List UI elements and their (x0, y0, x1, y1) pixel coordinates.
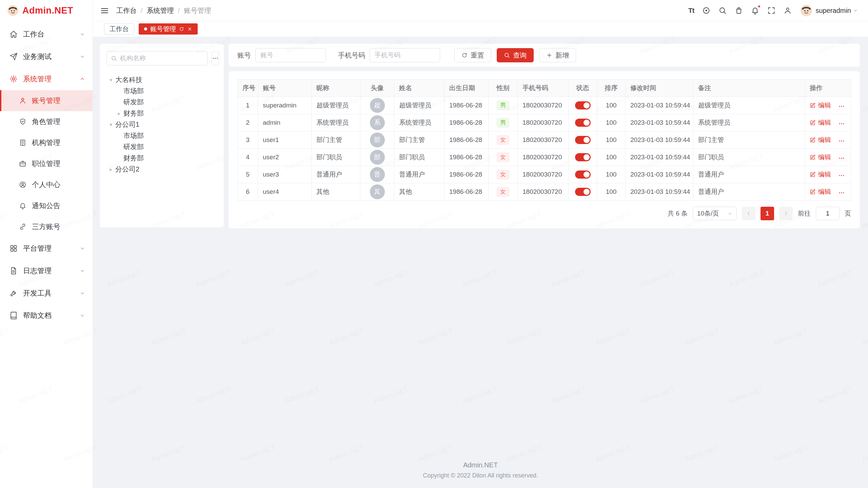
row-more-icon[interactable] (838, 155, 845, 162)
caret-right-icon[interactable]: ▸ (115, 110, 123, 117)
cell-nickname: 部门主管 (312, 131, 360, 149)
sidebar-item-label: 三方账号 (32, 222, 60, 231)
row-more-icon[interactable] (838, 189, 845, 196)
tab-account-management[interactable]: 账号管理 (139, 23, 198, 35)
prev-page-button[interactable] (742, 207, 755, 220)
caret-down-icon[interactable]: ▾ (106, 77, 115, 83)
status-toggle[interactable] (575, 101, 591, 109)
tree-node[interactable]: ▸ 分公司2 (106, 164, 217, 175)
goto-page-input[interactable] (816, 207, 840, 220)
sidebar-item-business-test[interactable]: 业务测试 (0, 45, 93, 68)
user-avatar[interactable] (801, 5, 812, 16)
row-more-icon[interactable] (838, 120, 845, 127)
collapse-menu-icon[interactable] (100, 6, 109, 15)
app-logo[interactable]: Admin.NET (0, 0, 93, 21)
tree-node[interactable]: 市场部 (106, 130, 217, 141)
gender-badge: 男 (497, 118, 509, 128)
sidebar-item-position-management[interactable]: 职位管理 (0, 153, 93, 174)
add-button[interactable]: 新增 (539, 48, 576, 62)
row-more-icon[interactable] (838, 172, 845, 179)
reset-button[interactable]: 重置 (454, 48, 491, 62)
tree-node[interactable]: 财务部 (106, 152, 217, 164)
account-filter-input[interactable] (255, 48, 326, 62)
tab-workbench[interactable]: 工作台 (104, 23, 134, 35)
edit-button[interactable]: 编辑 (810, 118, 831, 127)
sidebar-item-log-management[interactable]: 日志管理 (0, 260, 93, 282)
tree-node[interactable]: 研发部 (106, 141, 217, 152)
caret-down-icon[interactable]: ▾ (106, 122, 115, 128)
chevron-down-icon[interactable] (853, 8, 858, 13)
person-icon[interactable] (784, 6, 792, 15)
gender-badge: 女 (497, 170, 509, 180)
breadcrumb-item[interactable]: 工作台 (116, 6, 137, 15)
sidebar-item-account-management[interactable]: 账号管理 (0, 90, 93, 111)
username[interactable]: superadmin (815, 7, 851, 15)
tree-node[interactable]: ▾ 分公司1 (106, 119, 217, 130)
tree-node[interactable]: ▸ 财务部 (106, 108, 217, 119)
search-button[interactable]: 查询 (497, 48, 534, 62)
cell-gender: 女 (489, 183, 518, 201)
fullscreen-icon[interactable] (767, 6, 775, 15)
sidebar-item-help-docs[interactable]: 帮助文档 (0, 304, 93, 327)
tree-node[interactable]: 市场部 (106, 85, 217, 97)
tab-refresh-icon[interactable] (179, 26, 184, 32)
sidebar-item-dev-tools[interactable]: 开发工具 (0, 282, 93, 304)
row-more-icon[interactable] (838, 103, 845, 110)
phone-filter-input[interactable] (370, 48, 440, 62)
cell-modified-time: 2023-01-03 10:59:44 (626, 97, 693, 114)
row-more-icon[interactable] (838, 138, 845, 144)
sidebar-item-personal-center[interactable]: 个人中心 (0, 174, 93, 195)
cell-actions: 编辑 (805, 149, 851, 166)
edit-button[interactable]: 编辑 (810, 153, 831, 162)
col-header-actions: 操作 (805, 80, 851, 97)
font-size-icon[interactable]: Tt (688, 6, 694, 15)
cell-actions: 编辑 (805, 131, 851, 149)
status-toggle[interactable] (575, 170, 591, 179)
tree-node[interactable]: 研发部 (106, 97, 217, 108)
tree-node[interactable]: ▾ 大名科技 (106, 74, 217, 85)
add-button-label: 新增 (555, 51, 569, 60)
page-size-select[interactable]: 10条/页 (693, 207, 737, 220)
breadcrumb-item[interactable]: 系统管理 (147, 6, 174, 15)
next-page-button[interactable] (779, 207, 793, 220)
user-circle-icon (19, 181, 26, 188)
caret-right-icon[interactable]: ▸ (106, 166, 115, 172)
gender-badge: 男 (497, 101, 509, 110)
chevron-down-icon (80, 54, 85, 59)
col-header-account: 账号 (258, 80, 312, 97)
app-root: Admin.NET 工作台 业务测试 系统管理 账号管理 (0, 0, 868, 488)
sidebar-item-system-management[interactable]: 系统管理 (0, 68, 93, 90)
sidebar-item-third-party-account[interactable]: 三方账号 (0, 216, 93, 237)
sidebar-item-org-management[interactable]: 机构管理 (0, 132, 93, 153)
current-page-button[interactable]: 1 (761, 207, 774, 220)
system-management-submenu: 账号管理 角色管理 机构管理 职位管理 个人中心 (0, 90, 93, 237)
table-row: 5 user3 普通用户 普 普通用户 1986-06-28 女 1802003… (238, 166, 851, 183)
org-more-button[interactable] (212, 51, 219, 65)
edit-button[interactable]: 编辑 (810, 101, 831, 110)
status-toggle[interactable] (575, 136, 591, 144)
account-filter-label: 账号 (237, 51, 251, 60)
tree-node-label: 财务部 (123, 109, 144, 118)
theme-icon[interactable] (702, 6, 710, 15)
edit-button[interactable]: 编辑 (810, 187, 831, 196)
tab-close-icon[interactable] (187, 26, 192, 32)
sidebar-item-platform-management[interactable]: 平台管理 (0, 237, 93, 260)
edit-button[interactable]: 编辑 (810, 136, 831, 144)
notification-bell[interactable] (751, 6, 759, 15)
search-icon[interactable] (718, 6, 727, 15)
sidebar-item-notice[interactable]: 通知公告 (0, 195, 93, 216)
org-name-search-input[interactable] (120, 55, 203, 62)
cell-birthdate: 1986-06-28 (445, 131, 489, 149)
status-toggle[interactable] (575, 188, 591, 196)
sidebar-item-workbench[interactable]: 工作台 (0, 23, 93, 45)
cell-birthdate: 1986-06-28 (445, 97, 489, 114)
edit-icon (810, 137, 816, 143)
sidebar-item-label: 账号管理 (32, 96, 60, 105)
status-toggle[interactable] (575, 119, 591, 127)
status-toggle[interactable] (575, 153, 591, 161)
tab-label: 账号管理 (150, 25, 176, 34)
sidebar-item-role-management[interactable]: 角色管理 (0, 111, 93, 132)
edit-button[interactable]: 编辑 (810, 170, 831, 179)
skin-icon[interactable] (735, 6, 743, 15)
cell-order: 100 (597, 131, 626, 149)
